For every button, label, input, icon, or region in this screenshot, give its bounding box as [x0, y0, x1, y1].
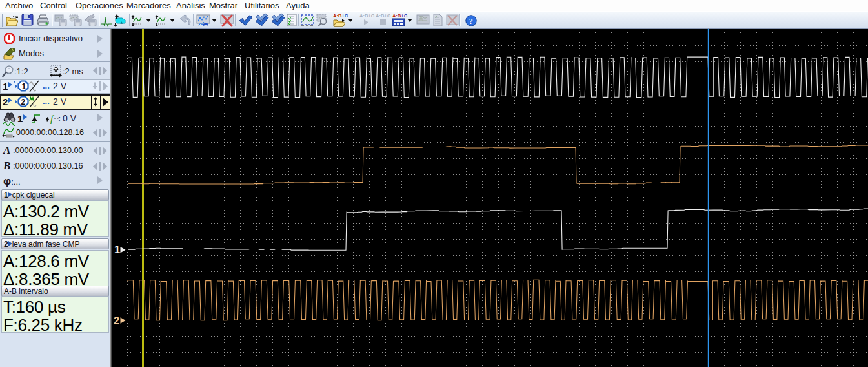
svg-text::: : — [58, 114, 61, 123]
svg-text:A:B+C: A:B+C — [392, 13, 408, 19]
svg-text:f: f — [50, 114, 54, 124]
svg-text:1: 1 — [21, 82, 26, 91]
svg-text:1: 1 — [114, 244, 120, 255]
svg-text:A:B+C: A:B+C — [376, 13, 391, 19]
svg-text:A:B+C: A:B+C — [333, 13, 348, 19]
svg-text:A:B+C: A:B+C — [359, 13, 375, 19]
svg-text:2: 2 — [114, 315, 119, 326]
svg-text:2: 2 — [21, 98, 26, 107]
svg-text:?: ? — [469, 17, 473, 26]
